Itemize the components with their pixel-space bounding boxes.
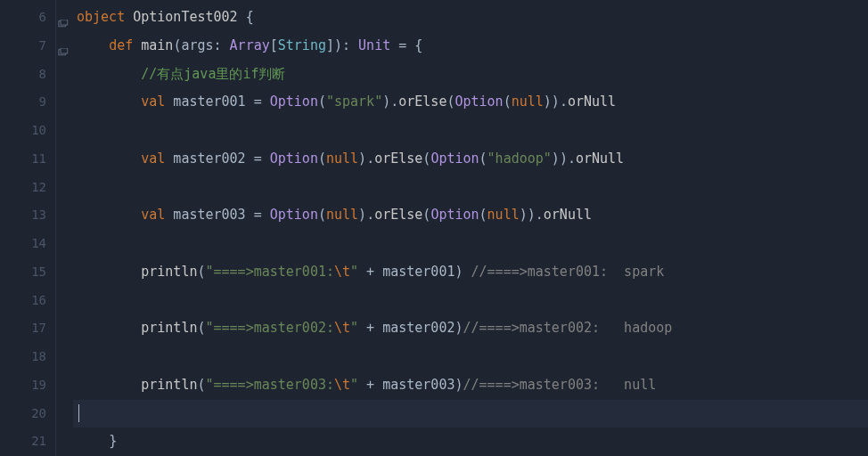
text-caret (78, 404, 79, 422)
line-number: 15 (0, 258, 53, 287)
line-number: 6 (0, 4, 53, 32)
line-number: 14 (0, 230, 53, 258)
line-number: 8 (0, 61, 53, 89)
code-line[interactable]: println("====>master001:\t" + master001)… (73, 258, 868, 287)
line-number: 13 (0, 201, 53, 230)
code-line[interactable] (73, 287, 868, 315)
code-line[interactable]: val master003 = Option(null).orElse(Opti… (73, 201, 868, 230)
code-line[interactable] (73, 117, 868, 145)
line-number: 16 (0, 287, 53, 315)
code-line[interactable]: val master002 = Option(null).orElse(Opti… (73, 145, 868, 174)
code-line[interactable]: object OptionTest002 { (73, 4, 868, 32)
line-number: 20 (0, 400, 53, 428)
line-number: 7 (0, 32, 53, 61)
code-line[interactable] (73, 230, 868, 258)
code-line[interactable]: println("====>master002:\t" + master002)… (73, 314, 868, 343)
code-line[interactable]: } (73, 428, 868, 456)
code-line[interactable] (73, 174, 868, 202)
line-number: 17 (0, 314, 53, 343)
code-line[interactable]: println("====>master003:\t" + master003)… (73, 371, 868, 400)
code-editor[interactable]: 6 7 8 9 10 11 12 13 14 15 16 17 18 19 20… (0, 0, 868, 456)
line-number: 21 (0, 428, 53, 456)
code-line[interactable]: val master001 = Option("spark").orElse(O… (73, 88, 868, 117)
line-number: 19 (0, 371, 53, 400)
line-number: 12 (0, 174, 53, 202)
line-number: 18 (0, 343, 53, 371)
code-line[interactable]: def main(args: Array[String]): Unit = { (73, 32, 868, 61)
indent-guides (53, 0, 73, 456)
line-number: 9 (0, 88, 53, 117)
code-line[interactable]: //有点java里的if判断 (73, 61, 868, 89)
code-area[interactable]: object OptionTest002 { def main(args: Ar… (73, 0, 868, 456)
line-number: 10 (0, 117, 53, 145)
current-line-highlight (73, 400, 868, 428)
code-line[interactable] (73, 343, 868, 371)
line-gutter: 6 7 8 9 10 11 12 13 14 15 16 17 18 19 20… (0, 0, 53, 456)
line-number: 11 (0, 145, 53, 174)
